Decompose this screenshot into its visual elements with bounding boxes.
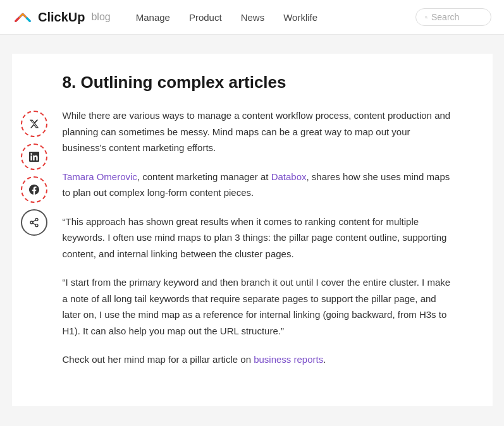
article-paragraph-1: While there are various ways to manage a…: [63, 107, 455, 156]
facebook-share-button[interactable]: [21, 176, 47, 203]
main-content: 8. Outlining complex articles While ther…: [0, 35, 504, 426]
business-reports-link[interactable]: business reports: [254, 354, 323, 365]
linkedin-share-button[interactable]: [21, 143, 47, 170]
author-link[interactable]: Tamara Omerovic: [63, 171, 137, 182]
svg-line-1: [427, 18, 427, 18]
paragraph5-prefix: Check out her mind map for a pillar arti…: [63, 354, 254, 365]
logo-area[interactable]: ClickUp blog: [13, 7, 111, 27]
paragraph5-suffix: .: [323, 354, 326, 365]
search-icon: [425, 13, 427, 21]
twitter-icon: [29, 119, 39, 129]
nav-manage[interactable]: Manage: [136, 9, 170, 25]
share-icon: [29, 217, 39, 228]
svg-line-6: [32, 220, 35, 222]
article-wrapper: 8. Outlining complex articles While ther…: [12, 54, 493, 406]
facebook-icon: [29, 185, 39, 195]
clickup-logo-icon: [13, 7, 33, 27]
article-body: While there are various ways to manage a…: [63, 107, 455, 368]
search-input[interactable]: [431, 12, 482, 22]
logo-blog-label: blog: [91, 11, 110, 23]
social-sidebar: [21, 111, 47, 236]
nav-news[interactable]: News: [241, 9, 265, 25]
company-link[interactable]: Databox: [271, 171, 307, 182]
logo-brand-name: ClickUp: [38, 10, 85, 25]
main-nav: Manage Product News Worklife: [136, 9, 415, 25]
nav-product[interactable]: Product: [189, 9, 222, 25]
article-paragraph-4: “I start from the primary keyword and th…: [63, 274, 455, 339]
svg-line-5: [32, 223, 35, 225]
search-box[interactable]: [415, 8, 491, 26]
linkedin-icon: [29, 152, 39, 162]
site-header: ClickUp blog Manage Product News Worklif…: [0, 0, 504, 35]
twitter-share-button[interactable]: [21, 111, 47, 137]
article-paragraph-3: “This approach has shown great results w…: [63, 214, 455, 262]
article-heading: 8. Outlining complex articles: [63, 73, 455, 92]
paragraph2-prefix: , content marketing manager at: [137, 171, 271, 182]
generic-share-button[interactable]: [21, 209, 47, 236]
nav-worklife[interactable]: Worklife: [283, 9, 317, 25]
article-paragraph-2: Tamara Omerovic, content marketing manag…: [63, 169, 455, 201]
article-paragraph-5: Check out her mind map for a pillar arti…: [63, 351, 455, 368]
